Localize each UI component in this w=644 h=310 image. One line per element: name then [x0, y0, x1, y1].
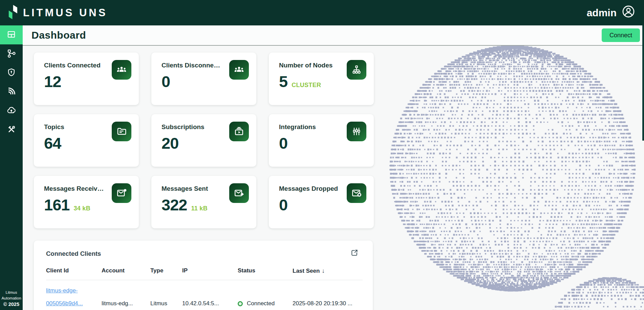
- tools-icon: [7, 125, 16, 135]
- mail-dropped-icon: [347, 183, 366, 203]
- table-header-row: Client Id Account Type IP Status Last Se…: [46, 267, 363, 280]
- sidebar-item-security[interactable]: [0, 63, 23, 82]
- column-account[interactable]: Account: [102, 267, 150, 274]
- cluster-nodes-icon: [347, 60, 366, 80]
- stat-value: 64: [44, 134, 61, 152]
- flow-icon: [7, 49, 16, 59]
- stat-value: 161: [44, 195, 69, 214]
- stat-label: Messages Dropped: [279, 185, 339, 192]
- client-id-link[interactable]: litmus-edge- 005056b9d4... buThdC: [46, 287, 83, 310]
- stat-card-clients-connected: Clients Connected 12: [34, 53, 139, 105]
- table-row: litmus-edge- 005056b9d4... buThdC litmus…: [46, 280, 363, 310]
- sidebar-item-cloud[interactable]: [0, 101, 23, 120]
- column-client-id[interactable]: Client Id: [46, 267, 102, 274]
- stat-card-subscriptions: Subscriptions 20: [151, 114, 256, 167]
- litmus-logo-icon: [7, 4, 19, 21]
- cell-status: Connected: [238, 300, 293, 307]
- stat-card-messages-sent: Messages Sent 322 11 kB: [151, 176, 256, 228]
- cloud-upload-icon: [7, 106, 16, 116]
- cell-account: litmus-edg...: [102, 300, 150, 307]
- status-connected-icon: [238, 301, 243, 306]
- stat-label: Subscriptions: [162, 123, 222, 131]
- bytes-badge: 34 kB: [73, 205, 90, 212]
- footer-line: Litmus: [1, 290, 21, 295]
- open-in-new-icon[interactable]: [350, 249, 359, 259]
- stat-card-integrations: Integrations 0: [269, 114, 374, 167]
- stat-label: Number of Nodes: [279, 62, 339, 69]
- account-circle-icon[interactable]: [622, 5, 635, 21]
- top-bar: LITMUS UNS admin: [0, 0, 644, 25]
- stat-value: 20: [162, 134, 178, 152]
- stat-value: 0: [279, 134, 287, 152]
- mail-forward-icon: [229, 183, 249, 203]
- dashboard-icon: [7, 30, 16, 40]
- groups-icon: [112, 60, 131, 80]
- cluster-badge: CLUSTER: [292, 82, 321, 89]
- cell-client-id: litmus-edge- 005056b9d4... buThdC: [46, 284, 102, 310]
- title-bar: Dashboard Connect: [23, 25, 644, 46]
- stat-label: Topics: [44, 123, 104, 131]
- cell-last-seen: 2025-08-20 20:19:30 ...: [293, 300, 363, 307]
- stat-card-messages-received: Messages Received 161 34 kB: [34, 176, 139, 228]
- cell-ip: 10.42.0.54:5...: [182, 300, 238, 307]
- stat-label: Integrations: [279, 123, 339, 131]
- stat-cards: Clients Connected 12 Clients Disconnecte…: [34, 53, 374, 228]
- page-title: Dashboard: [31, 29, 86, 41]
- column-type[interactable]: Type: [150, 267, 182, 274]
- stat-value: 12: [44, 72, 61, 91]
- user-name: admin: [587, 7, 617, 19]
- stat-value: 5: [279, 72, 287, 91]
- stat-card-topics: Topics 64: [34, 114, 139, 167]
- bytes-badge: 11 kB: [191, 205, 208, 212]
- groups-icon: [229, 60, 249, 80]
- column-last-seen[interactable]: Last Seen↓: [293, 267, 363, 274]
- connect-button[interactable]: Connect: [602, 28, 640, 42]
- stat-label: Clients Disconnected: [162, 62, 222, 69]
- user-menu[interactable]: admin: [587, 5, 635, 21]
- sidebar-item-dashboard[interactable]: [0, 25, 23, 44]
- brand: LITMUS UNS: [7, 4, 107, 21]
- stat-label: Messages Received: [44, 185, 104, 192]
- stat-value: 0: [279, 195, 287, 214]
- footer-line: Automation: [1, 295, 21, 301]
- shield-lock-icon: [7, 68, 16, 78]
- mail-unread-icon: [112, 183, 131, 203]
- subscriptions-icon: [229, 122, 249, 141]
- column-status[interactable]: Status: [238, 267, 293, 274]
- sidebar-item-tools[interactable]: [0, 120, 23, 139]
- stat-card-messages-dropped: Messages Dropped 0: [269, 176, 374, 228]
- topic-folder-icon: [112, 122, 131, 141]
- stat-value: 0: [162, 72, 170, 91]
- cell-type: Litmus: [150, 300, 182, 307]
- signal-icon: [7, 87, 16, 97]
- stat-card-clients-disconnected: Clients Disconnected 0: [151, 53, 256, 105]
- sidebar-nav: Litmus Automation © 2025: [0, 25, 23, 310]
- stat-label: Messages Sent: [162, 185, 222, 192]
- brand-name: LITMUS UNS: [23, 7, 107, 19]
- scrollbar-thumb[interactable]: [642, 25, 644, 141]
- sidebar-footer: Litmus Automation © 2025: [1, 290, 21, 310]
- stat-label: Clients Connected: [44, 62, 104, 69]
- status-text: Connected: [247, 300, 275, 307]
- table-title: Connected Clients: [46, 250, 101, 257]
- stat-value: 322: [162, 195, 187, 214]
- sort-desc-icon[interactable]: ↓: [322, 267, 325, 274]
- connected-clients-card: Connected Clients Client Id Account Type…: [34, 241, 373, 310]
- footer-copyright: © 2025: [1, 301, 21, 307]
- sliders-icon: [347, 122, 366, 141]
- sidebar-item-streams[interactable]: [0, 82, 23, 101]
- sidebar-item-flows[interactable]: [0, 44, 23, 63]
- column-ip[interactable]: IP: [182, 267, 238, 274]
- stat-card-nodes: Number of Nodes 5 CLUSTER: [269, 53, 374, 105]
